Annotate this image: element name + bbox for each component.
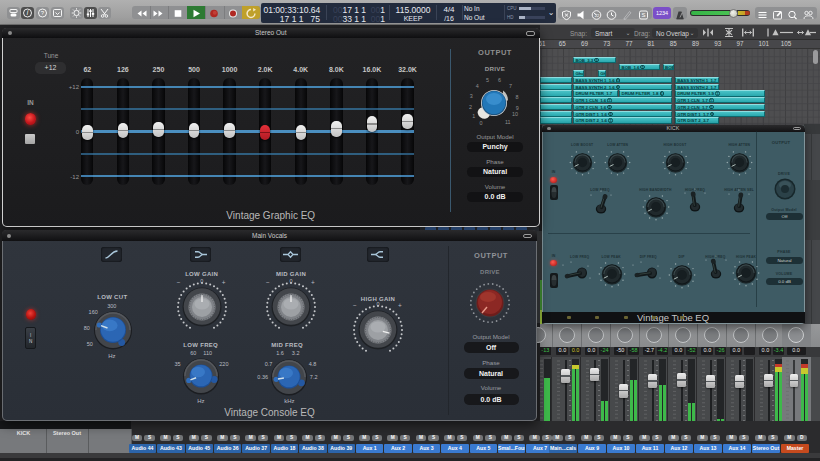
svg-text:10: 10 — [512, 111, 518, 117]
svg-text:i: i — [27, 9, 29, 16]
svg-text:1: 1 — [473, 113, 476, 119]
svg-text:0: 0 — [480, 120, 483, 126]
svg-text:9: 9 — [516, 105, 519, 111]
svg-text:4: 4 — [476, 83, 479, 89]
svg-text:5: 5 — [486, 77, 489, 83]
svg-text:S: S — [641, 12, 645, 18]
svg-text:8: 8 — [516, 94, 519, 100]
svg-text:3: 3 — [470, 93, 473, 99]
svg-text:6: 6 — [498, 77, 501, 83]
svg-text:22: 22 — [594, 13, 599, 18]
svg-text:2: 2 — [469, 104, 472, 110]
svg-text:11: 11 — [505, 119, 511, 125]
svg-text:7: 7 — [509, 83, 512, 89]
svg-text:?: ? — [41, 10, 45, 16]
